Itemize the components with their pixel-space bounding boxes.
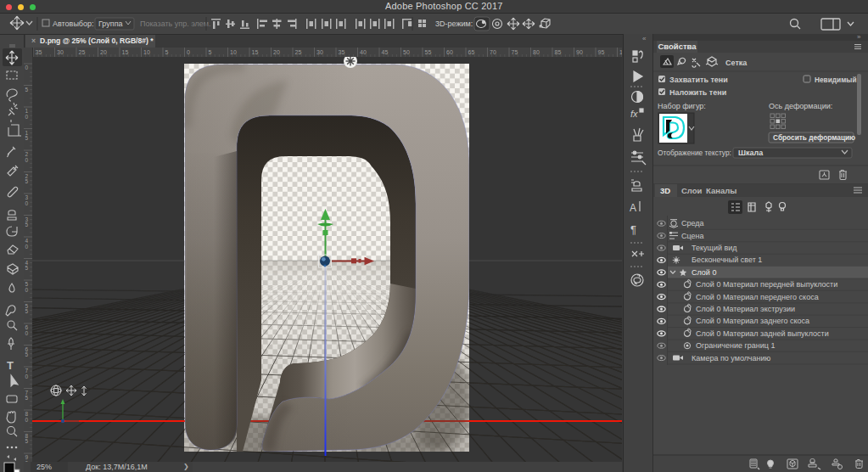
svg-text:Захватить тени: Захватить тени bbox=[669, 76, 728, 84]
svg-text:5: 5 bbox=[25, 438, 29, 444]
svg-text:5: 5 bbox=[25, 222, 29, 228]
svg-text:Сцена: Сцена bbox=[681, 232, 704, 240]
svg-text:30: 30 bbox=[57, 49, 64, 55]
svg-text:0: 0 bbox=[25, 374, 29, 379]
svg-text:3D-режим:: 3D-режим: bbox=[435, 20, 473, 28]
svg-text:0: 0 bbox=[25, 157, 29, 163]
svg-text:15: 15 bbox=[122, 49, 129, 55]
svg-text:Сетка: Сетка bbox=[725, 59, 748, 67]
svg-text:45: 45 bbox=[382, 49, 389, 55]
svg-text:fx: fx bbox=[630, 109, 638, 119]
svg-text:«: « bbox=[642, 35, 647, 42]
svg-text:5: 5 bbox=[25, 395, 29, 401]
svg-text:5: 5 bbox=[25, 351, 29, 357]
svg-text:Среда: Среда bbox=[681, 219, 704, 228]
svg-text:Автовыбор:: Автовыбор: bbox=[53, 20, 94, 28]
svg-text:Шкала: Шкала bbox=[738, 149, 764, 157]
svg-text:Сбросить деформацию: Сбросить деформацию bbox=[773, 133, 855, 142]
svg-text:Наложить тени: Наложить тени bbox=[669, 88, 726, 97]
svg-text:3D: 3D bbox=[660, 186, 670, 195]
svg-text:90: 90 bbox=[576, 49, 583, 55]
svg-text:0: 0 bbox=[25, 330, 29, 336]
svg-text:Ось деформации:: Ось деформации: bbox=[769, 102, 832, 110]
svg-text:5: 5 bbox=[25, 178, 29, 184]
svg-text:5: 5 bbox=[25, 135, 29, 141]
svg-text:35: 35 bbox=[339, 49, 345, 55]
svg-text:Бесконечный свет 1: Бесконечный свет 1 bbox=[692, 256, 762, 264]
svg-text:80: 80 bbox=[533, 49, 540, 55]
svg-text:5: 5 bbox=[209, 49, 212, 55]
svg-text:5: 5 bbox=[25, 308, 29, 314]
svg-text:Слой 0 Материал задней выпукло: Слой 0 Материал задней выпуклости bbox=[696, 329, 829, 338]
svg-text:Слой 0 Материал экструзии: Слой 0 Материал экструзии bbox=[696, 305, 795, 313]
svg-text:15: 15 bbox=[252, 49, 259, 55]
svg-text:55: 55 bbox=[425, 49, 432, 55]
svg-text:Камера по умолчанию: Камера по умолчанию bbox=[692, 354, 770, 362]
svg-text:A: A bbox=[630, 202, 636, 214]
svg-text:20: 20 bbox=[100, 49, 107, 55]
svg-text:Слой 0 Материал заднего скоса: Слой 0 Материал заднего скоса bbox=[696, 317, 809, 325]
svg-text:Отображение текстур:: Отображение текстур: bbox=[658, 149, 731, 157]
svg-text:40: 40 bbox=[360, 49, 367, 55]
svg-text:Каналы: Каналы bbox=[706, 186, 736, 195]
svg-text:T: T bbox=[7, 359, 14, 372]
svg-text:100: 100 bbox=[619, 49, 622, 55]
svg-text:50: 50 bbox=[403, 49, 410, 55]
svg-text:Слои: Слои bbox=[681, 186, 703, 195]
svg-text:0: 0 bbox=[25, 65, 29, 70]
svg-text:5: 5 bbox=[25, 87, 29, 93]
svg-text:5: 5 bbox=[25, 265, 29, 271]
svg-text:85: 85 bbox=[555, 49, 562, 55]
svg-text:25: 25 bbox=[295, 49, 302, 55]
svg-text:0: 0 bbox=[187, 49, 190, 55]
svg-text:Слой 0 Материал передней выпук: Слой 0 Материал передней выпуклости bbox=[696, 280, 837, 289]
svg-text:Набор фигур:: Набор фигур: bbox=[658, 102, 706, 110]
svg-text:0: 0 bbox=[25, 114, 29, 120]
svg-text:70: 70 bbox=[490, 49, 496, 55]
svg-text:20: 20 bbox=[273, 49, 280, 55]
svg-text:95: 95 bbox=[598, 49, 605, 55]
svg-text:65: 65 bbox=[468, 49, 475, 55]
svg-text:10: 10 bbox=[143, 49, 150, 55]
svg-text:75: 75 bbox=[512, 49, 518, 55]
svg-text:30: 30 bbox=[316, 49, 323, 55]
svg-text:Слой 0 Материал переднего скос: Слой 0 Материал переднего скоса bbox=[696, 293, 819, 301]
svg-text:0: 0 bbox=[25, 417, 29, 423]
svg-text:25: 25 bbox=[79, 49, 86, 55]
svg-text:Текущий вид: Текущий вид bbox=[692, 244, 737, 252]
svg-text:10: 10 bbox=[230, 49, 237, 55]
svg-text:60: 60 bbox=[446, 49, 453, 55]
svg-text:0: 0 bbox=[25, 287, 29, 293]
svg-text:Показать упр. элем.: Показать упр. элем. bbox=[140, 20, 210, 28]
svg-text:35: 35 bbox=[36, 49, 42, 55]
svg-text:Невидимый: Невидимый bbox=[815, 76, 857, 84]
svg-text:Ограничение границ 1: Ограничение границ 1 bbox=[696, 341, 775, 350]
svg-text:Слой 0: Слой 0 bbox=[692, 268, 716, 277]
svg-text:¶: ¶ bbox=[630, 223, 636, 236]
svg-text:0: 0 bbox=[25, 244, 29, 250]
svg-text:Группа: Группа bbox=[98, 20, 123, 28]
svg-text:0: 0 bbox=[25, 200, 29, 206]
svg-text:5: 5 bbox=[165, 49, 169, 55]
